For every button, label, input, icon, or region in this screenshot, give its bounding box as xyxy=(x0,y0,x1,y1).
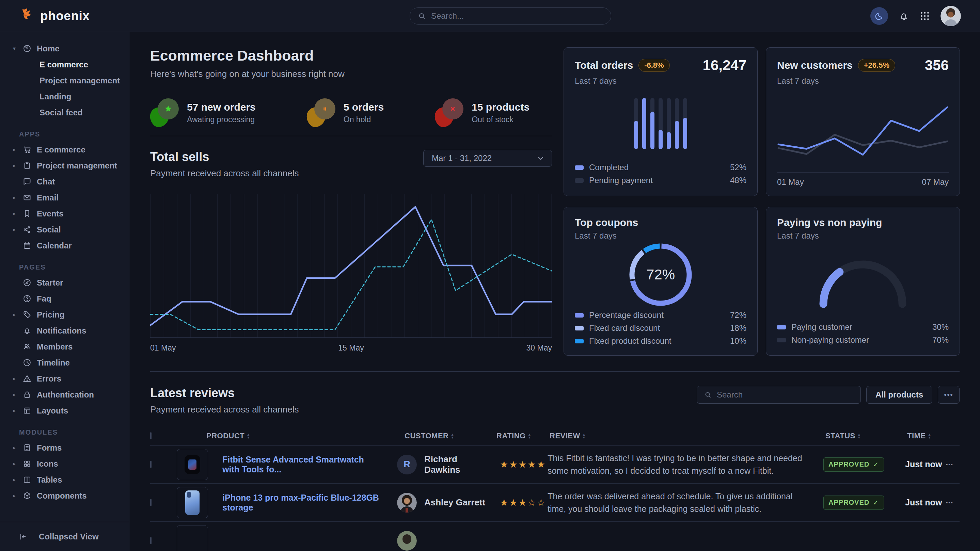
x-stat-icon xyxy=(435,98,463,127)
global-search-input[interactable] xyxy=(431,11,603,21)
calendar-icon xyxy=(22,241,37,250)
sidebar-item-label: Faq xyxy=(37,294,51,303)
order-stats-row: 57 new ordersAwating processing5 ordersO… xyxy=(150,98,552,127)
column-header-customer[interactable]: CUSTOMER▴▾ xyxy=(391,432,492,440)
legend-label: Fixed card discount xyxy=(589,323,660,333)
legend-value: 30% xyxy=(932,322,949,332)
caret-right-icon: ▸ xyxy=(13,194,22,201)
all-products-filter-button[interactable]: All products xyxy=(866,386,932,403)
reviews-more-button[interactable]: ••• xyxy=(938,386,959,403)
sort-icon: ▴▾ xyxy=(247,433,250,439)
sidebar-item-project-management[interactable]: ▸Project management xyxy=(0,157,129,173)
sidebar-item-members[interactable]: Members xyxy=(0,339,129,355)
sidebar-item-label: Home xyxy=(37,44,60,54)
row-checkbox[interactable] xyxy=(150,499,151,506)
product-link[interactable]: iPhone 13 pro max-Pacific Blue-128GB sto… xyxy=(222,493,391,513)
total-sells-subtitle: Payment received across all channels xyxy=(150,168,299,179)
grid-squares-icon xyxy=(22,459,37,468)
sidebar-item-email[interactable]: ▸Email xyxy=(0,190,129,206)
customer-avatar xyxy=(397,531,417,551)
brand[interactable]: phoenix xyxy=(19,8,89,24)
select-all-checkbox[interactable] xyxy=(150,432,151,439)
top-coupons-legend: Percentage discount72%Fixed card discoun… xyxy=(575,309,746,348)
reviews-title: Latest reviews xyxy=(150,386,299,400)
sidebar-item-social[interactable]: ▸Social xyxy=(0,222,129,238)
legend-label: Fixed product discount xyxy=(589,336,671,346)
column-header-review[interactable]: REVIEW▴▾ xyxy=(547,432,823,440)
bar-completed xyxy=(651,112,654,149)
sidebar-item-chat[interactable]: Chat xyxy=(0,173,129,190)
product-thumbnail[interactable] xyxy=(177,525,208,551)
sidebar-item-label: E commerce xyxy=(37,145,86,154)
user-avatar[interactable] xyxy=(940,6,961,26)
row-checkbox[interactable] xyxy=(150,461,151,468)
sidebar-item-timeline[interactable]: Timeline xyxy=(0,355,129,371)
reviews-search[interactable] xyxy=(697,386,861,403)
sidebar-item-starter[interactable]: Starter xyxy=(0,275,129,291)
star-icon xyxy=(158,98,179,119)
card-title: Paying vs non paying xyxy=(777,217,882,229)
legend-item-percentage-discount: Percentage discount72% xyxy=(575,309,746,322)
sidebar-item-layouts[interactable]: ▸Layouts xyxy=(0,403,129,419)
notifications-button[interactable] xyxy=(898,11,909,21)
sidebar-item-components[interactable]: ▸Components xyxy=(0,488,129,504)
row-menu-button[interactable]: ••• xyxy=(946,500,960,505)
sidebar-item-home[interactable]: ▾Home xyxy=(0,41,129,57)
date-range-value: Mar 1 - 31, 2022 xyxy=(432,154,492,163)
sidebar-item-tables[interactable]: ▸Tables xyxy=(0,472,129,488)
sidebar-item-label: Chat xyxy=(37,177,55,186)
caret-right-icon: ▸ xyxy=(13,311,22,318)
status-badge: APPROVED ✓ xyxy=(823,457,884,472)
sidebar-subitem-social-feed[interactable]: Social feed xyxy=(0,105,129,121)
sidebar-subitem-landing[interactable]: Landing xyxy=(0,89,129,105)
reviews-search-input[interactable] xyxy=(717,390,854,400)
apps-grid-button[interactable] xyxy=(920,11,930,21)
legend-item-fixed-card-discount: Fixed card discount18% xyxy=(575,322,746,335)
top-coupons-card: Top coupons Last 7 days 72% Percentage d… xyxy=(563,207,758,356)
envelope-icon xyxy=(22,193,37,202)
total-orders-bar-chart xyxy=(634,98,687,149)
column-header-rating[interactable]: RATING▴▾ xyxy=(492,432,547,440)
bar-completed xyxy=(667,132,671,149)
product-thumbnail[interactable] xyxy=(177,449,208,480)
product-link[interactable]: Fitbit Sense Advanced Smartwatch with To… xyxy=(222,455,391,475)
sidebar-item-events[interactable]: ▸Events xyxy=(0,206,129,222)
collapsed-view-toggle[interactable]: Collapsed View xyxy=(0,522,129,551)
sidebar-item-forms[interactable]: ▸Forms xyxy=(0,440,129,456)
legend-swatch xyxy=(777,325,786,329)
sidebar-item-faq[interactable]: Faq xyxy=(0,291,129,306)
x-tick-label: 07 May xyxy=(922,177,949,187)
sidebar-item-e-commerce[interactable]: ▸E commerce xyxy=(0,141,129,157)
legend-swatch xyxy=(777,338,786,342)
legend-swatch xyxy=(575,178,584,183)
row-menu-button[interactable]: ••• xyxy=(946,462,960,467)
caret-right-icon: ▸ xyxy=(13,226,22,233)
column-header-status[interactable]: STATUS▴▾ xyxy=(823,432,905,440)
sidebar-item-notifications[interactable]: Notifications xyxy=(0,322,129,339)
row-checkbox-cell xyxy=(150,500,177,506)
sidebar-item-errors[interactable]: ▸Errors xyxy=(0,371,129,387)
sidebar-subitem-e-commerce[interactable]: E commerce xyxy=(0,57,129,73)
caret-right-icon: ▸ xyxy=(13,162,22,169)
legend-swatch xyxy=(575,339,584,343)
total-orders-legend: Completed52%Pending payment48% xyxy=(575,161,746,187)
sidebar-item-authentication[interactable]: ▸Authentication xyxy=(0,387,129,403)
stat-text: 5 ordersOn hold xyxy=(344,102,384,124)
dark-mode-toggle[interactable] xyxy=(870,7,888,25)
global-search[interactable] xyxy=(410,8,611,24)
bell-icon xyxy=(898,11,909,21)
stat-text: 57 new ordersAwating processing xyxy=(187,102,256,124)
column-label: RATING xyxy=(496,432,526,440)
legend-label: Percentage discount xyxy=(589,310,663,320)
sidebar-subitem-project-management[interactable]: Project management xyxy=(0,73,129,89)
row-checkbox[interactable] xyxy=(150,537,151,544)
sidebar-item-pricing[interactable]: ▸Pricing xyxy=(0,306,129,322)
sidebar-item-icons[interactable]: ▸Icons xyxy=(0,456,129,472)
column-header-time[interactable]: TIME▴▾ xyxy=(905,432,946,440)
date-range-select[interactable]: Mar 1 - 31, 2022 xyxy=(423,150,552,167)
top-coupons-donut-chart: 72% xyxy=(575,241,746,309)
column-header-product[interactable]: PRODUCT▴▾ xyxy=(177,432,391,440)
product-thumbnail[interactable] xyxy=(177,487,208,518)
legend-item-non-paying-customer: Non-paying customer70% xyxy=(777,333,949,346)
sidebar-item-calendar[interactable]: Calendar xyxy=(0,238,129,254)
